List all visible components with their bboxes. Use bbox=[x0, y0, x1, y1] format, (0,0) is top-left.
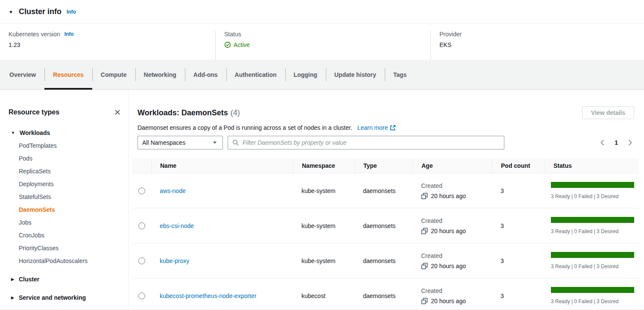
pagination: 1 bbox=[598, 138, 634, 147]
copy-icon[interactable] bbox=[421, 263, 428, 269]
tree-item-priorityclasses[interactable]: PriorityClasses bbox=[9, 242, 121, 254]
provider-value: EKS bbox=[439, 41, 644, 48]
tree-item-cronjobs[interactable]: CronJobs bbox=[9, 229, 121, 242]
row-radio-button[interactable] bbox=[138, 292, 145, 299]
cluster-tabs: Overview Resources Compute Networking Ad… bbox=[0, 60, 644, 90]
description-text: Daemonset ensures a copy of a Pod is run… bbox=[138, 123, 634, 132]
view-details-button[interactable]: View details bbox=[582, 106, 634, 119]
copy-icon[interactable] bbox=[421, 298, 428, 304]
status-progress-bar bbox=[551, 182, 634, 188]
table-header-row: Name Namespace Type Age Pod count Status bbox=[132, 158, 638, 173]
external-link-icon bbox=[390, 125, 396, 131]
table-row: aws-node kube-system daemonsets Created … bbox=[132, 173, 638, 208]
search-icon bbox=[232, 139, 239, 146]
result-count: (4) bbox=[231, 108, 240, 117]
namespace-cell: kube-system bbox=[293, 208, 354, 243]
pod-count-cell: 3 bbox=[492, 278, 544, 310]
namespace-cell: kube-system bbox=[293, 243, 354, 278]
chevron-down-icon bbox=[212, 140, 217, 145]
status-cell: 3 Ready | 0 Failed | 3 Desired bbox=[544, 243, 638, 278]
tab-compute[interactable]: Compute bbox=[92, 60, 135, 89]
tab-resources[interactable]: Resources bbox=[44, 60, 92, 89]
daemonsets-table: Name Namespace Type Age Pod count Status… bbox=[132, 158, 638, 310]
table-row: kube-proxy kube-system daemonsets Create… bbox=[132, 243, 638, 278]
pod-count-cell: 3 bbox=[492, 173, 544, 208]
provider-field: Provider EKS bbox=[430, 31, 644, 60]
tree-group-service-and-networking[interactable]: ▶ Service and networking bbox=[9, 291, 121, 304]
resources-panel: Resource types ▼ Workloads PodTemplates … bbox=[0, 90, 644, 309]
next-page-icon[interactable] bbox=[626, 138, 634, 147]
tab-networking[interactable]: Networking bbox=[135, 60, 185, 89]
cluster-info-details: Kubernetes version Info 1.23 Status Acti… bbox=[0, 24, 644, 60]
status-cell: 3 Ready | 0 Failed | 3 Desired bbox=[544, 208, 638, 243]
daemonsets-content: Workloads: DaemonSets(4) View details Da… bbox=[129, 90, 644, 309]
daemonset-name-link[interactable]: ebs-csi-node bbox=[160, 222, 194, 229]
status-progress-bar bbox=[551, 217, 634, 223]
tree-item-horizontalpodautoscalers[interactable]: HorizontalPodAutoscalers bbox=[9, 254, 121, 267]
kubernetes-version-info-link[interactable]: Info bbox=[64, 31, 74, 37]
tab-tags[interactable]: Tags bbox=[385, 60, 416, 89]
namespace-cell: kubecost bbox=[293, 278, 354, 310]
status-label: Status bbox=[224, 31, 241, 38]
column-header-age: Age bbox=[413, 158, 492, 173]
resource-types-sidebar: Resource types ▼ Workloads PodTemplates … bbox=[0, 90, 129, 309]
learn-more-link[interactable]: Learn more bbox=[357, 124, 396, 131]
resource-tree: ▼ Workloads PodTemplates Pods ReplicaSet… bbox=[9, 126, 121, 304]
copy-icon[interactable] bbox=[421, 228, 428, 234]
tab-logging[interactable]: Logging bbox=[285, 60, 326, 89]
select-all-column-header bbox=[132, 158, 151, 173]
tree-item-jobs[interactable]: Jobs bbox=[9, 216, 121, 229]
tab-add-ons[interactable]: Add-ons bbox=[185, 60, 226, 89]
namespace-select[interactable]: All Namespaces bbox=[138, 136, 223, 149]
age-cell: Created 20 hours ago bbox=[413, 173, 492, 208]
tree-item-pods[interactable]: Pods bbox=[9, 152, 121, 165]
age-cell: Created 20 hours ago bbox=[413, 208, 492, 243]
row-radio-button[interactable] bbox=[138, 222, 145, 229]
tree-item-deployments[interactable]: Deployments bbox=[9, 178, 121, 190]
type-cell: daemonsets bbox=[354, 243, 413, 278]
cluster-info-card: ▼ Cluster info Info Kubernetes version I… bbox=[0, 0, 644, 60]
tree-item-replicasets[interactable]: ReplicaSets bbox=[9, 165, 121, 178]
tab-overview[interactable]: Overview bbox=[1, 60, 44, 89]
cluster-info-title: Cluster info bbox=[19, 7, 61, 16]
pod-count-cell: 3 bbox=[492, 208, 544, 243]
tab-update-history[interactable]: Update history bbox=[326, 60, 385, 89]
daemonset-name-link[interactable]: aws-node bbox=[160, 187, 186, 194]
row-radio-button[interactable] bbox=[138, 257, 145, 264]
current-page-number[interactable]: 1 bbox=[607, 139, 626, 146]
type-cell: daemonsets bbox=[354, 208, 413, 243]
age-cell: Created 20 hours ago bbox=[413, 243, 492, 278]
copy-icon[interactable] bbox=[421, 193, 428, 199]
tree-item-daemonsets[interactable]: DaemonSets bbox=[9, 203, 121, 216]
cluster-info-info-link[interactable]: Info bbox=[67, 9, 76, 15]
provider-label: Provider bbox=[439, 31, 462, 38]
tree-group-cluster[interactable]: ▶ Cluster bbox=[9, 273, 121, 286]
status-cell: 3 Ready | 0 Failed | 3 Desired bbox=[544, 278, 638, 310]
type-cell: daemonsets bbox=[354, 173, 413, 208]
tree-item-podtemplates[interactable]: PodTemplates bbox=[9, 139, 121, 152]
tab-authentication[interactable]: Authentication bbox=[226, 60, 285, 89]
type-cell: daemonsets bbox=[354, 278, 413, 310]
kubernetes-version-label: Kubernetes version bbox=[9, 31, 60, 38]
column-header-status: Status bbox=[544, 158, 638, 173]
status-field: Status Active bbox=[215, 31, 430, 60]
tree-expanded-caret-icon: ▼ bbox=[11, 131, 15, 135]
daemonset-name-link[interactable]: kube-proxy bbox=[160, 257, 189, 264]
row-radio-button[interactable] bbox=[138, 187, 145, 194]
close-icon[interactable] bbox=[114, 108, 121, 116]
status-check-icon bbox=[224, 41, 231, 48]
collapse-caret-icon[interactable]: ▼ bbox=[9, 9, 13, 15]
filter-input[interactable] bbox=[243, 139, 500, 146]
page-title: Workloads: DaemonSets(4) bbox=[138, 108, 240, 118]
previous-page-icon[interactable] bbox=[598, 138, 607, 147]
namespace-cell: kube-system bbox=[293, 173, 354, 208]
filter-search-box bbox=[228, 136, 504, 149]
table-row: ebs-csi-node kube-system daemonsets Crea… bbox=[132, 208, 638, 243]
tree-group-workloads[interactable]: ▼ Workloads bbox=[9, 126, 121, 139]
age-cell: Created 20 hours ago bbox=[413, 278, 492, 310]
pod-count-cell: 3 bbox=[492, 243, 544, 278]
daemonset-name-link[interactable]: kubecost-prometheus-node-exporter bbox=[160, 292, 256, 299]
tree-item-statefulsets[interactable]: StatefulSets bbox=[9, 190, 121, 203]
column-header-type: Type bbox=[354, 158, 413, 173]
sidebar-title: Resource types bbox=[9, 108, 59, 116]
